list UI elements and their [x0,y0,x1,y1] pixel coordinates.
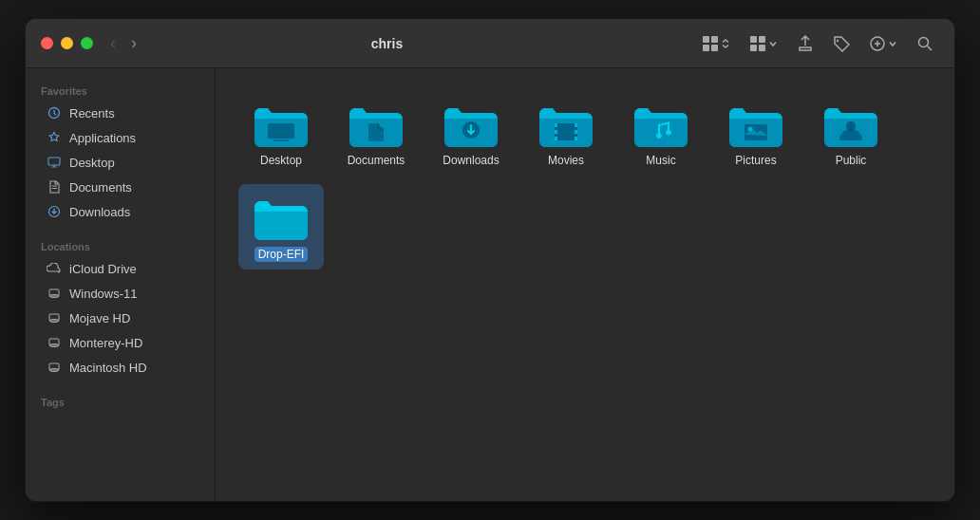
sidebar-windows11-label: Windows-11 [69,287,138,301]
desktop-folder-label: Desktop [260,154,302,167]
sidebar-item-icloud-drive[interactable]: iCloud Drive [31,256,209,281]
tag-button[interactable] [827,31,856,56]
view-icon-button[interactable] [696,31,736,56]
sidebar-mojave-label: Mojave HD [69,311,130,325]
sidebar-item-macintosh-hd[interactable]: Macintosh HD [31,355,209,380]
downloads-folder-icon [441,99,501,148]
downloads-folder-label: Downloads [443,154,499,167]
sidebar-item-monterey-hd[interactable]: Monterey-HD [31,330,209,355]
documents-folder-label: Documents [348,154,405,167]
toolbar-right [696,31,939,56]
sidebar-monterey-label: Monterey-HD [69,336,142,350]
search-icon [916,35,933,52]
tag-icon [833,35,850,52]
sidebar-desktop-label: Desktop [69,156,115,170]
svg-point-34 [656,133,662,139]
folder-pictures[interactable]: Pictures [713,91,799,175]
svg-rect-30 [555,137,557,140]
public-folder-icon [820,99,881,148]
downloads-icon [47,204,62,219]
svg-rect-12 [48,158,60,165]
minimize-button[interactable] [61,37,73,49]
mojave-disk-icon [47,310,62,325]
folder-movies[interactable]: Movies [523,91,609,175]
svg-rect-4 [750,36,757,43]
applications-icon [47,130,62,145]
movies-folder-icon [536,99,596,148]
main-area: Favorites Recents Applications [26,68,954,501]
svg-rect-1 [711,36,718,43]
documents-icon [47,179,62,195]
more-icon [869,35,886,52]
sidebar-applications-label: Applications [69,131,136,145]
folder-documents[interactable]: Documents [333,91,419,175]
drop-efi-folder-icon [251,192,311,241]
folder-downloads[interactable]: Downloads [428,91,514,175]
sidebar-item-downloads[interactable]: Downloads [31,199,209,224]
svg-point-9 [919,37,929,46]
chevron-updown-icon [721,39,730,48]
svg-rect-24 [268,123,294,139]
grid-view-icon [702,35,719,52]
pictures-folder-label: Pictures [735,154,776,167]
svg-rect-0 [703,36,709,43]
svg-rect-28 [555,123,557,127]
music-folder-label: Music [646,154,675,167]
public-folder-label: Public [836,154,867,167]
sidebar-item-mojave-hd[interactable]: Mojave HD [31,306,209,330]
sidebar-item-documents[interactable]: Documents [31,175,209,199]
desktop-folder-icon [251,99,311,148]
finder-window: ‹ › chris [25,18,955,502]
search-button[interactable] [911,31,939,56]
sidebar-macintosh-label: Macintosh HD [69,361,147,375]
svg-rect-33 [575,137,577,140]
documents-folder-icon [346,99,406,148]
close-button[interactable] [41,37,53,49]
folder-music[interactable]: Music [618,91,704,175]
share-icon [797,35,814,52]
sidebar-item-desktop[interactable]: Desktop [31,150,209,175]
desktop-icon [47,155,62,170]
svg-rect-27 [555,123,577,140]
music-folder-icon [631,99,691,148]
view-list-button[interactable] [744,31,783,56]
svg-rect-6 [750,45,757,51]
svg-rect-2 [703,45,709,51]
folder-desktop[interactable]: Desktop [238,91,324,175]
window-title: chris [78,36,696,51]
chevron-down-icon [768,39,778,48]
sidebar-downloads-label: Downloads [69,205,130,219]
sidebar-item-applications[interactable]: Applications [31,125,209,150]
sidebar-item-recents[interactable]: Recents [31,101,209,125]
favorites-label: Favorites [26,80,215,101]
svg-line-10 [928,46,933,50]
svg-rect-32 [575,130,577,134]
icloud-icon [47,261,62,276]
more-button[interactable] [863,31,903,56]
file-browser: Desktop Documents [216,68,954,501]
svg-rect-29 [555,130,557,134]
svg-rect-3 [711,45,718,51]
svg-rect-31 [575,123,577,127]
folder-drop-efi[interactable]: Drop-EFI [238,184,324,269]
more-chevron-icon [888,39,897,48]
svg-point-35 [666,130,671,136]
locations-label: Locations [26,235,215,256]
folder-public[interactable]: Public [808,91,894,175]
share-button[interactable] [791,31,820,56]
sidebar-documents-label: Documents [69,180,132,195]
sidebar: Favorites Recents Applications [26,68,216,501]
recents-icon [47,105,62,121]
list-view-icon [749,35,766,52]
svg-rect-5 [759,36,765,43]
movies-folder-label: Movies [548,154,584,167]
macintosh-disk-icon [47,360,62,375]
pictures-folder-icon [726,99,786,148]
windows-disk-icon [47,286,62,301]
sidebar-item-windows-11[interactable]: Windows-11 [31,281,209,306]
titlebar: ‹ › chris [26,19,954,68]
monterey-disk-icon [47,335,62,350]
svg-rect-25 [273,139,289,141]
sidebar-recents-label: Recents [69,106,115,121]
tags-label: Tags [26,391,215,412]
